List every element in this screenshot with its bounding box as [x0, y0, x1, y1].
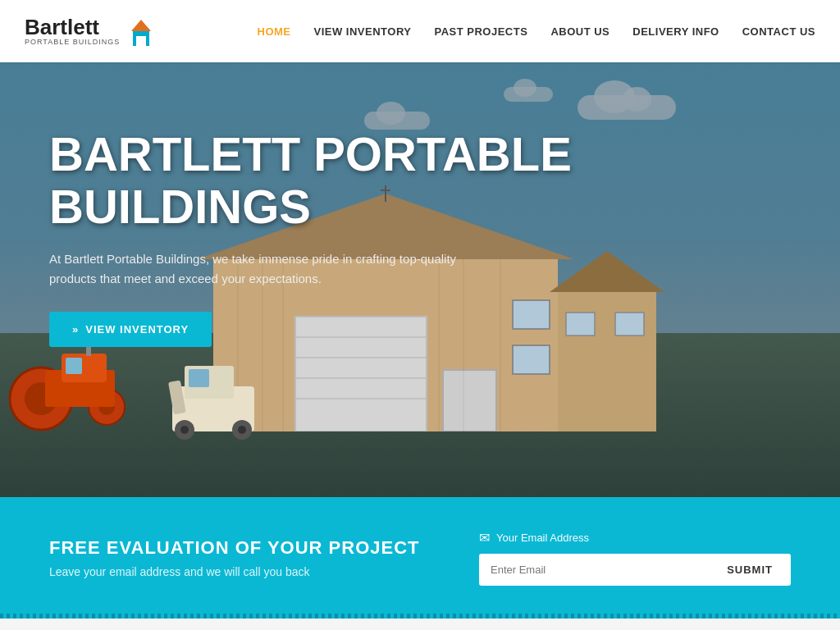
bottom-section: What can expect WELCOME TO BARTLETT	[0, 619, 840, 630]
nav-view-inventory[interactable]: VIEW INVENTORY	[314, 25, 412, 38]
nav-about-us[interactable]: ABOUT US	[550, 25, 609, 38]
cta-form: SUBMIT	[479, 554, 791, 586]
envelope-icon: ✉	[479, 530, 490, 546]
svg-rect-36	[189, 369, 209, 387]
hero-subtitle: At Bartlett Portable Buildings, we take …	[49, 249, 492, 289]
cta-text-area: FREE EVALUATION OF YOUR PROJECT Leave yo…	[49, 537, 419, 578]
cta-band: FREE EVALUATION OF YOUR PROJECT Leave yo…	[0, 497, 840, 619]
nav-past-projects[interactable]: PAST PROJECTS	[434, 25, 527, 38]
svg-point-38	[180, 426, 189, 434]
hero-title: BARTLETT PORTABLE BUILDINGS	[49, 128, 582, 233]
email-label-text: Your Email Address	[496, 532, 589, 544]
chevron-icon: »	[72, 323, 79, 336]
nav-contact-us[interactable]: CONTACT US	[742, 25, 815, 38]
hero-section: BARTLETT PORTABLE BUILDINGS At Bartlett …	[0, 62, 840, 497]
nav-home[interactable]: HOME	[258, 25, 291, 38]
cta-subtext: Leave your email address and we will cal…	[49, 565, 419, 578]
logo[interactable]: Bartlett PORTABLE BUILDINGS	[25, 16, 158, 46]
svg-rect-2	[136, 36, 146, 46]
cta-heading: FREE EVALUATION OF YOUR PROJECT	[49, 537, 419, 559]
logo-icon	[125, 16, 158, 46]
submit-button[interactable]: SUBMIT	[709, 554, 791, 586]
svg-marker-1	[131, 20, 151, 31]
cta-form-area: ✉ Your Email Address SUBMIT	[479, 530, 791, 586]
logo-name: Bartlett	[25, 15, 99, 39]
site-header: Bartlett PORTABLE BUILDINGS HOME VIEW IN…	[0, 0, 840, 62]
svg-rect-41	[168, 380, 186, 414]
svg-rect-15	[513, 345, 550, 374]
hero-content: BARTLETT PORTABLE BUILDINGS At Bartlett …	[49, 128, 582, 347]
hero-cta-label: VIEW INVENTORY	[85, 323, 189, 336]
svg-rect-32	[66, 358, 82, 374]
svg-point-40	[238, 426, 246, 434]
logo-sub: PORTABLE BUILDINGS	[25, 38, 120, 46]
view-inventory-button[interactable]: » VIEW INVENTORY	[49, 312, 212, 347]
nav-delivery-info[interactable]: DELIVERY INFO	[632, 25, 719, 38]
email-label-row: ✉ Your Email Address	[479, 530, 589, 546]
main-nav: HOME VIEW INVENTORY PAST PROJECTS ABOUT …	[258, 25, 815, 38]
svg-rect-13	[443, 370, 496, 431]
svg-rect-19	[615, 313, 644, 336]
skid-steer-illustration	[164, 358, 262, 440]
email-input[interactable]	[479, 554, 709, 586]
